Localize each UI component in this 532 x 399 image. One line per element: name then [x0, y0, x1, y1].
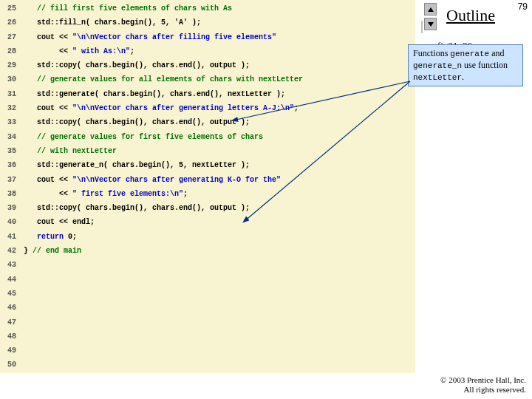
code-line: cout << "\n\nVector chars after generati…: [24, 173, 415, 187]
code-line: std::copy( chars.begin(), chars.end(), o…: [24, 115, 415, 129]
line-number: 50: [0, 358, 19, 372]
copyright-line: © 2003 Prentice Hall, Inc.: [440, 375, 526, 385]
line-number: 46: [0, 301, 19, 315]
chevron-down-icon: [428, 22, 434, 27]
code-line: // with nextLetter: [24, 144, 415, 158]
code-line: cout << "\n\nVector chars after filling …: [24, 30, 415, 44]
outline-panel: 79 Outline fig21_26.cpp Functions genera…: [415, 0, 532, 399]
line-number: 42: [0, 244, 19, 258]
chevron-up-icon: [428, 7, 434, 12]
scroll-down-button[interactable]: [424, 18, 437, 30]
code-line: std::copy( chars.begin(), chars.end(), o…: [24, 201, 415, 215]
line-number: 30: [0, 72, 19, 86]
line-number: 38: [0, 187, 19, 201]
code-body: // fill first five elements of chars wit…: [19, 0, 415, 373]
callout-box: Functions generate and generate_n use fu…: [408, 44, 523, 86]
code-line: std::copy( chars.begin(), chars.end(), o…: [24, 58, 415, 72]
code-panel: 25 26 27 28 29 30 31 32 33 34 35 36 37 3…: [0, 0, 415, 373]
code-line: std::fill_n( chars.begin(), 5, 'A' );: [24, 16, 415, 30]
line-number: 33: [0, 115, 19, 129]
code-line: return 0;: [24, 230, 415, 244]
line-number: 43: [0, 258, 19, 272]
line-number: 47: [0, 316, 19, 330]
line-number: 37: [0, 173, 19, 187]
line-number: 32: [0, 101, 19, 115]
slide: 25 26 27 28 29 30 31 32 33 34 35 36 37 3…: [0, 0, 532, 399]
code-line: } // end main: [24, 244, 415, 258]
code-line: std::generate( chars.begin(), chars.end(…: [24, 87, 415, 101]
line-number: 39: [0, 201, 19, 215]
code-line: cout << "\n\nVector chars after generati…: [24, 101, 415, 115]
line-number: 41: [0, 230, 19, 244]
outline-heading: Outline: [446, 6, 495, 25]
line-number: 49: [0, 344, 19, 358]
line-number: 44: [0, 273, 19, 287]
scroll-up-button[interactable]: [424, 3, 437, 16]
line-number: 27: [0, 30, 19, 44]
code-line: std::generate_n( chars.begin(), 5, nextL…: [24, 158, 415, 172]
line-number: 48: [0, 330, 19, 344]
line-gutter: 25 26 27 28 29 30 31 32 33 34 35 36 37 3…: [0, 0, 19, 373]
line-number: 45: [0, 287, 19, 301]
code-line: << " with As:\n";: [24, 44, 415, 58]
slide-number: 79: [518, 1, 528, 12]
line-number: 35: [0, 144, 19, 158]
line-number: 31: [0, 87, 19, 101]
copyright-line: All rights reserved.: [440, 385, 526, 395]
line-number: 25: [0, 1, 19, 16]
line-number: 26: [0, 16, 19, 30]
line-number: 36: [0, 158, 19, 172]
code-line: // generate values for all elements of c…: [24, 72, 415, 86]
line-number: 40: [0, 215, 19, 229]
line-number: 29: [0, 58, 19, 72]
code-line: // generate values for first five elemen…: [24, 130, 415, 144]
line-number: 34: [0, 130, 19, 144]
line-number: 28: [0, 44, 19, 58]
code-line: // fill first five elements of chars wit…: [24, 1, 415, 16]
code-line: cout << endl;: [24, 215, 415, 229]
copyright: © 2003 Prentice Hall, Inc. All rights re…: [440, 375, 526, 395]
code-line: << " first five elements:\n";: [24, 187, 415, 201]
